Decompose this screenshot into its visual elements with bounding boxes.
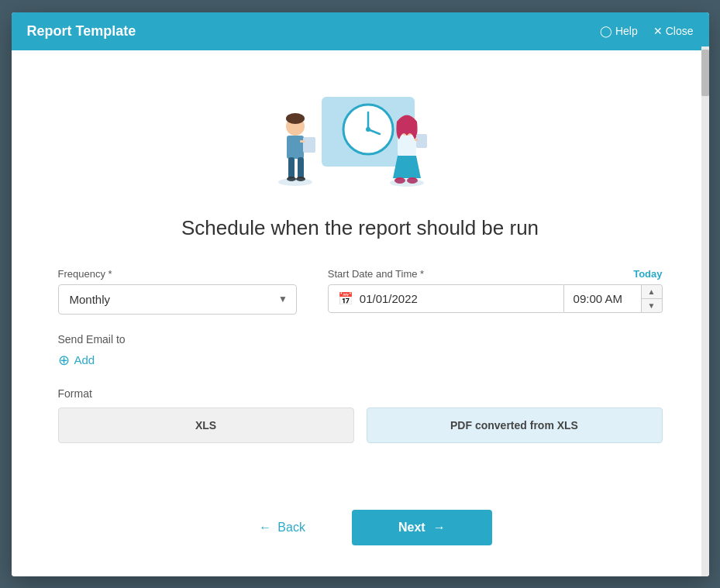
page-heading: Schedule when the report should be run	[58, 216, 663, 240]
svg-rect-14	[398, 134, 416, 156]
header-actions: ◯ Help ✕ Close	[600, 25, 694, 37]
time-spinners: ▲ ▼	[642, 284, 663, 313]
next-label: Next	[398, 521, 425, 535]
format-xls-button[interactable]: XLS	[58, 407, 354, 443]
svg-point-7	[286, 113, 305, 124]
svg-point-22	[390, 179, 424, 187]
format-section: Format XLS PDF converted from XLS	[58, 387, 663, 443]
frequency-label: Frequency *	[58, 268, 297, 280]
modal-dialog: Report Template ◯ Help ✕ Close	[12, 12, 709, 576]
frequency-select-wrapper: Monthly Once Daily Weekly Yearly ▼	[58, 284, 297, 315]
add-label: Add	[74, 353, 95, 366]
date-value: 01/01/2022	[360, 292, 418, 305]
time-value: 09:00 AM	[574, 292, 622, 305]
back-button[interactable]: ← Back	[228, 510, 336, 545]
form-row-frequency-datetime: Frequency * Monthly Once Daily Weekly Ye…	[58, 268, 663, 315]
send-email-label: Send Email to	[58, 333, 663, 346]
datetime-group: Start Date and Time * Today 📅 01/01/2022…	[328, 268, 663, 313]
svg-rect-5	[287, 136, 304, 159]
format-label: Format	[58, 387, 663, 400]
svg-rect-11	[300, 140, 305, 143]
frequency-select[interactable]: Monthly Once Daily Weekly Yearly	[58, 284, 297, 315]
frequency-group: Frequency * Monthly Once Daily Weekly Ye…	[58, 268, 297, 315]
svg-rect-9	[298, 157, 304, 179]
date-input[interactable]: 📅 01/01/2022	[328, 284, 564, 313]
datetime-label: Start Date and Time *	[328, 268, 424, 280]
help-button[interactable]: ◯ Help	[600, 25, 638, 37]
help-icon: ◯	[600, 25, 612, 37]
time-input[interactable]: 09:00 AM	[564, 284, 642, 313]
back-label: Back	[277, 521, 305, 535]
next-button[interactable]: Next →	[352, 510, 492, 545]
format-buttons: XLS PDF converted from XLS	[58, 407, 663, 443]
modal-header: Report Template ◯ Help ✕ Close	[12, 12, 709, 50]
svg-marker-15	[393, 156, 421, 178]
add-email-button[interactable]: ⊕ Add	[58, 352, 95, 369]
today-link[interactable]: Today	[633, 268, 662, 280]
close-icon: ✕	[653, 25, 663, 37]
svg-rect-18	[415, 139, 418, 141]
format-pdf-button[interactable]: PDF converted from XLS	[367, 407, 663, 443]
modal-body: Schedule when the report should be run F…	[12, 50, 709, 502]
close-button[interactable]: ✕ Close	[653, 25, 694, 37]
svg-rect-10	[303, 137, 315, 153]
modal-title: Report Template	[27, 23, 136, 40]
svg-point-4	[366, 127, 370, 132]
schedule-illustration	[252, 74, 469, 198]
datetime-inputs: 📅 01/01/2022 09:00 AM ▲ ▼	[328, 284, 663, 313]
next-arrow-icon: →	[433, 521, 446, 535]
svg-rect-8	[288, 157, 295, 179]
svg-rect-17	[416, 134, 427, 148]
datetime-header: Start Date and Time * Today	[328, 268, 663, 280]
time-down-button[interactable]: ▼	[642, 299, 662, 312]
back-arrow-icon: ←	[259, 521, 271, 535]
calendar-icon: 📅	[338, 291, 353, 306]
add-circle-icon: ⊕	[58, 352, 70, 369]
time-up-button[interactable]: ▲	[642, 285, 662, 299]
scrollbar[interactable]	[701, 46, 709, 576]
scrollbar-thumb	[701, 50, 709, 96]
illustration-container	[58, 74, 663, 198]
svg-point-21	[278, 178, 312, 186]
backdrop: Report Template ◯ Help ✕ Close	[0, 0, 720, 588]
modal-footer: ← Back Next →	[12, 502, 709, 576]
send-email-section: Send Email to ⊕ Add	[58, 333, 663, 369]
